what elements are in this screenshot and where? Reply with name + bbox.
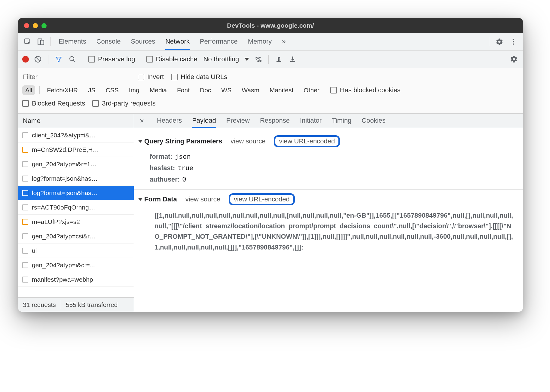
tabs-overflow[interactable]: » (282, 33, 286, 50)
detail-tab-headers[interactable]: Headers (157, 114, 182, 128)
request-row[interactable]: m=aLUfP?xjs=s2 (18, 215, 134, 229)
filter-icon[interactable] (54, 54, 63, 64)
section-title: Form Data (144, 195, 177, 203)
type-filter-other[interactable]: Other (301, 85, 322, 95)
section-header: Form Data view source view URL-encoded (139, 191, 518, 209)
request-row[interactable]: gen_204?atyp=csi&r… (18, 229, 134, 243)
view-url-encoded-link[interactable]: view URL-encoded (229, 193, 295, 205)
invert-checkbox[interactable]: Invert (138, 73, 164, 81)
tab-sources[interactable]: Sources (131, 33, 155, 50)
request-name: client_204?&atyp=i&… (32, 132, 96, 139)
invert-label: Invert (147, 73, 164, 81)
request-row[interactable]: gen_204?atyp=i&r=1… (18, 157, 134, 171)
settings-gear-icon[interactable] (494, 36, 505, 47)
request-name: rs=ACT90oFqOrnng… (32, 204, 95, 211)
upload-har-icon[interactable] (274, 54, 284, 64)
detail-tab-response[interactable]: Response (260, 114, 290, 128)
close-details-button[interactable]: × (137, 116, 147, 126)
status-requests: 31 requests (18, 298, 61, 312)
main-tabstrip: Elements Console Sources Network Perform… (18, 33, 523, 51)
document-file-icon (22, 248, 28, 254)
request-list: client_204?&atyp=i&…m=CnSW2d,DPreE,H…gen… (18, 128, 134, 297)
inspect-element-icon[interactable] (22, 36, 33, 47)
status-bar: 31 requests 555 kB transferred (18, 297, 134, 312)
type-filter-js[interactable]: JS (85, 85, 99, 95)
divider (83, 55, 83, 64)
payload-body: Query String Parameters view source view… (134, 128, 523, 312)
search-icon[interactable] (68, 54, 77, 64)
record-button[interactable] (22, 56, 29, 63)
request-row[interactable]: log?format=json&has… (18, 186, 134, 200)
detail-tab-cookies[interactable]: Cookies (362, 114, 385, 128)
window-close-button[interactable] (24, 23, 29, 28)
tab-performance[interactable]: Performance (200, 33, 238, 50)
checkbox-icon (146, 56, 153, 63)
tab-memory[interactable]: Memory (248, 33, 272, 50)
window-minimize-button[interactable] (33, 23, 38, 28)
request-row[interactable]: client_204?&atyp=i&… (18, 128, 134, 142)
section-toggle[interactable]: Form Data (139, 195, 177, 203)
preserve-log-checkbox[interactable]: Preserve log (88, 55, 135, 63)
type-filter-css[interactable]: CSS (103, 85, 122, 95)
blocked-requests-checkbox[interactable]: Blocked Requests (22, 100, 85, 107)
type-filter-all[interactable]: All (22, 85, 35, 95)
request-row[interactable]: m=CnSW2d,DPreE,H… (18, 142, 134, 157)
tab-elements[interactable]: Elements (59, 33, 86, 50)
detail-tab-payload[interactable]: Payload (192, 114, 216, 128)
request-row[interactable]: gen_204?atyp=i&ct=… (18, 258, 134, 272)
disable-cache-checkbox[interactable]: Disable cache (146, 55, 197, 63)
devtools-window: DevTools - www.google.com/ Elements Cons… (18, 18, 523, 312)
document-file-icon (22, 204, 28, 210)
type-filter-media[interactable]: Media (147, 85, 170, 95)
request-row[interactable]: rs=ACT90oFqOrnng… (18, 200, 134, 215)
type-filter-fetchxhr[interactable]: Fetch/XHR (44, 85, 81, 95)
request-name: log?format=json&has… (32, 189, 98, 197)
query-params-list: format: json hasfast: true authuser: 0 (139, 151, 518, 185)
divider (489, 37, 489, 46)
filter-input[interactable] (22, 71, 130, 83)
divider (50, 37, 51, 46)
request-name: ui (32, 247, 37, 254)
type-filter-wasm[interactable]: Wasm (239, 85, 262, 95)
detail-tab-preview[interactable]: Preview (226, 114, 250, 128)
throttling-select[interactable]: No throttling (203, 55, 249, 63)
third-party-requests-checkbox[interactable]: 3rd-party requests (92, 100, 156, 107)
view-source-link[interactable]: view source (231, 137, 265, 145)
request-row[interactable]: manifest?pwa=webhp (18, 272, 134, 287)
type-filter-ws[interactable]: WS (218, 85, 234, 95)
type-filter-img[interactable]: Img (126, 85, 142, 95)
has-blocked-cookies-checkbox[interactable]: Has blocked cookies (330, 86, 401, 94)
section-toggle[interactable]: Query String Parameters (139, 137, 222, 145)
network-conditions-icon[interactable] (253, 54, 263, 64)
param-value: json (175, 153, 191, 161)
requests-column-header[interactable]: Name (18, 114, 134, 128)
hide-data-urls-checkbox[interactable]: Hide data URLs (171, 73, 227, 81)
request-name: log?format=json&has… (32, 175, 98, 182)
detail-tab-timing[interactable]: Timing (332, 114, 351, 128)
request-name: m=CnSW2d,DPreE,H… (32, 146, 99, 153)
view-source-link[interactable]: view source (185, 195, 220, 203)
request-row[interactable]: log?format=json&has… (18, 171, 134, 186)
device-toolbar-icon[interactable] (35, 36, 46, 47)
tab-console[interactable]: Console (96, 33, 121, 50)
type-filter-manifest[interactable]: Manifest (267, 85, 296, 95)
param-value: true (177, 164, 193, 172)
checkbox-icon (330, 87, 337, 93)
clear-icon[interactable] (33, 54, 43, 64)
tab-network[interactable]: Network (165, 33, 190, 50)
type-filter-doc[interactable]: Doc (197, 85, 214, 95)
view-url-encoded-link[interactable]: view URL-encoded (274, 135, 340, 147)
request-name: manifest?pwa=webhp (32, 276, 93, 283)
request-row[interactable]: ui (18, 243, 134, 258)
type-filter-font[interactable]: Font (174, 85, 193, 95)
kebab-menu-icon[interactable] (508, 36, 519, 47)
svg-rect-10 (277, 61, 281, 62)
traffic-lights (24, 23, 47, 28)
network-settings-gear-icon[interactable] (509, 54, 519, 64)
triangle-down-icon (138, 198, 143, 201)
triangle-down-icon (138, 140, 143, 143)
panel-tabs: Elements Console Sources Network Perform… (59, 33, 286, 50)
detail-tab-initiator[interactable]: Initiator (300, 114, 322, 128)
window-zoom-button[interactable] (41, 23, 47, 28)
download-har-icon[interactable] (288, 54, 298, 64)
